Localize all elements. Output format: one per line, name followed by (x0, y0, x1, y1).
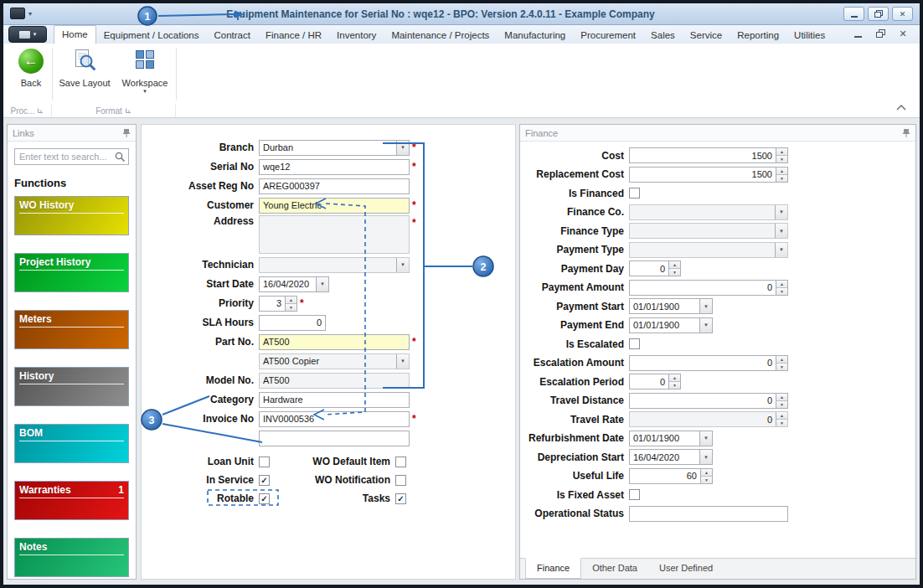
tab-home[interactable]: Home (54, 25, 96, 44)
spin-up-icon[interactable]: ▲ (776, 412, 787, 419)
tab-inventory[interactable]: Inventory (329, 27, 384, 44)
spin-up-icon[interactable]: ▲ (776, 168, 787, 174)
chevron-down-icon[interactable]: ▼ (699, 299, 712, 313)
refurbishment-date-select[interactable]: 01/01/1900▼ (629, 431, 713, 446)
spin-down-icon[interactable]: ▼ (669, 268, 680, 276)
chevron-down-icon[interactable]: ▼ (396, 258, 409, 272)
pin-icon[interactable] (902, 128, 910, 138)
spin-down-icon[interactable]: ▼ (286, 303, 296, 311)
pin-icon[interactable] (122, 128, 131, 138)
finance-type-select[interactable]: ▼ (629, 223, 788, 239)
spinner-buttons[interactable]: ▲▼ (776, 168, 787, 182)
travel-distance-spinner[interactable]: 0▲▼ (629, 393, 788, 409)
chevron-down-icon[interactable]: ▼ (699, 450, 712, 464)
spin-down-icon[interactable]: ▼ (776, 400, 787, 408)
save-layout-button[interactable]: Save Layout (55, 49, 114, 88)
workspace-button[interactable]: Workspace ▼ (116, 49, 174, 94)
tab-procurement[interactable]: Procurement (573, 27, 643, 44)
tab-service[interactable]: Service (683, 27, 730, 44)
useful-life-spinner[interactable]: 60▲▼ (629, 468, 713, 484)
function-bom[interactable]: BOM (14, 424, 129, 463)
loan-unit-checkbox[interactable] (259, 456, 270, 467)
field-input[interactable] (259, 431, 410, 446)
escalation-period-spinner[interactable]: 0▲▼ (629, 374, 681, 389)
payment-day-spinner[interactable]: 0▲▼ (629, 260, 681, 276)
replacement-cost-spinner[interactable]: 1500▲▼ (629, 167, 788, 183)
invoice-no-input[interactable]: INV0000536 (259, 411, 410, 427)
function-meters[interactable]: Meters (14, 310, 129, 349)
spin-down-icon[interactable]: ▼ (776, 174, 787, 182)
field-select[interactable]: AT500 Copier▼ (259, 353, 410, 369)
spinner-buttons[interactable]: ▲▼ (285, 297, 296, 311)
escalation-amount-spinner[interactable]: 0▲▼ (629, 355, 788, 371)
is-financed-checkbox[interactable] (629, 188, 640, 199)
payment-amount-spinner[interactable]: 0▲▼ (629, 280, 788, 296)
mdi-close-button[interactable]: ✕ (898, 28, 908, 39)
spin-up-icon[interactable]: ▲ (669, 261, 680, 268)
payment-start-select[interactable]: 01/01/1900▼ (629, 298, 713, 314)
spin-up-icon[interactable]: ▲ (286, 297, 296, 303)
part-no-input[interactable]: AT500 (259, 334, 410, 350)
maximize-button[interactable] (868, 7, 889, 21)
tab-maintenance-projects[interactable]: Maintenance / Projects (384, 27, 497, 44)
tab-reporting[interactable]: Reporting (730, 27, 786, 44)
spin-up-icon[interactable]: ▲ (776, 148, 787, 155)
model-no-input[interactable]: AT500 (259, 373, 410, 389)
spin-up-icon[interactable]: ▲ (669, 374, 680, 381)
serial-no-input[interactable]: wqe12 (259, 159, 410, 175)
tasks-checkbox[interactable]: ✓ (395, 493, 406, 504)
spinner-buttons[interactable]: ▲▼ (776, 148, 787, 162)
technician-select[interactable]: ▼ (259, 257, 410, 273)
start-date-select[interactable]: 16/04/2020▼ (259, 276, 329, 292)
cost-spinner[interactable]: 1500▲▼ (629, 147, 788, 163)
titlebar-app-icon[interactable] (10, 8, 25, 19)
spin-up-icon[interactable]: ▲ (776, 281, 787, 287)
asset-reg-no-input[interactable]: AREG000397 (259, 178, 410, 194)
is-escalated-checkbox[interactable] (629, 338, 640, 349)
tab-equipment-locations[interactable]: Equipment / Locations (96, 27, 207, 44)
back-button[interactable]: ← Back (10, 49, 52, 88)
spin-up-icon[interactable]: ▲ (776, 356, 787, 363)
chevron-down-icon[interactable]: ▼ (396, 141, 409, 155)
mdi-restore-button[interactable] (875, 28, 885, 39)
wo-notification-checkbox[interactable] (395, 475, 406, 486)
search-icon[interactable] (115, 152, 126, 162)
spin-up-icon[interactable]: ▲ (701, 469, 712, 476)
chevron-down-icon[interactable]: ▼ (396, 354, 409, 369)
rotable-checkbox[interactable]: ✓ (259, 493, 270, 504)
spin-down-icon[interactable]: ▼ (701, 476, 712, 483)
spin-down-icon[interactable]: ▼ (776, 363, 787, 370)
function-history[interactable]: History (14, 367, 129, 406)
chevron-down-icon[interactable]: ▼ (775, 224, 787, 238)
function-notes[interactable]: Notes (14, 538, 129, 577)
spinner-buttons[interactable]: ▲▼ (668, 261, 680, 276)
customer-input[interactable]: Young Electric (259, 198, 410, 214)
chevron-down-icon[interactable]: ▼ (699, 318, 712, 333)
spin-down-icon[interactable]: ▼ (669, 381, 680, 389)
priority-spinner[interactable]: 3▲▼ (259, 296, 297, 312)
function-warranties[interactable]: Warranties1 (14, 481, 129, 520)
spinner-buttons[interactable]: ▲▼ (700, 469, 712, 483)
tab-other-data[interactable]: Other Data (581, 559, 648, 579)
spinner-buttons[interactable]: ▲▼ (776, 394, 787, 408)
function-wo-history[interactable]: WO History (14, 196, 129, 235)
chevron-down-icon[interactable]: ▼ (699, 431, 712, 446)
spinner-buttons[interactable]: ▲▼ (668, 374, 680, 389)
operational-status-input[interactable] (629, 506, 788, 522)
function-project-history[interactable]: Project History (14, 253, 129, 292)
payment-end-select[interactable]: 01/01/1900▼ (629, 317, 713, 333)
wo-default-item-checkbox[interactable] (395, 456, 406, 467)
travel-rate-spinner[interactable]: 0▲▼ (629, 411, 788, 427)
ribbon-group-format[interactable]: Format (52, 104, 176, 117)
mdi-minimize-button[interactable] (853, 28, 863, 39)
is-fixed-asset-checkbox[interactable] (629, 489, 640, 500)
depreciation-start-select[interactable]: 16/04/2020▼ (629, 449, 713, 465)
minimize-button[interactable] (843, 7, 864, 21)
search-input[interactable] (14, 148, 129, 165)
finance-co-select[interactable]: ▼ (629, 204, 788, 220)
spinner-buttons[interactable]: ▲▼ (776, 281, 787, 295)
spin-down-icon[interactable]: ▼ (776, 419, 787, 426)
spinner-buttons[interactable]: ▲▼ (776, 412, 787, 426)
branch-select[interactable]: Durban▼ (259, 140, 410, 156)
tab-contract[interactable]: Contract (206, 27, 257, 44)
